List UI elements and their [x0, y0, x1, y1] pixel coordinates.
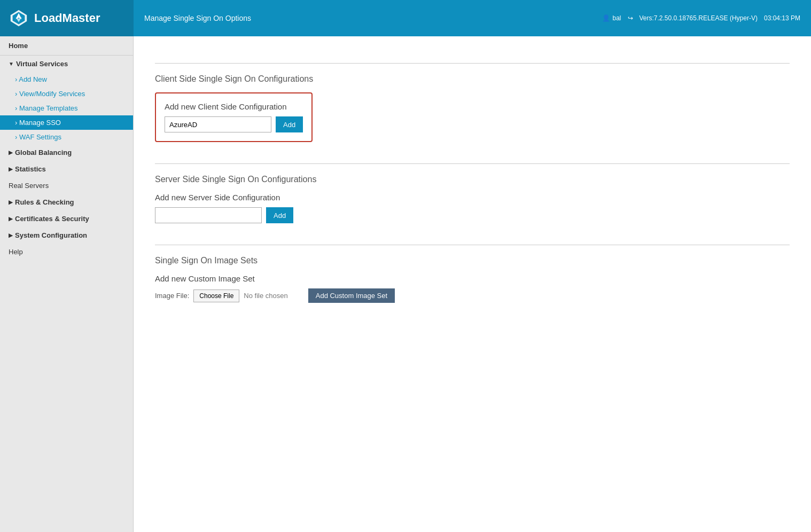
arrow-icon-stats: ▶: [9, 166, 13, 172]
arrow-icon: ▼: [9, 61, 14, 67]
server-side-section-title: Server Side Single Sign On Configuration…: [155, 175, 790, 184]
client-side-section: Client Side Single Sign On Configuration…: [155, 74, 790, 153]
username: bal: [612, 14, 621, 22]
sidebar-certificates-label: Certificates & Security: [15, 215, 89, 223]
sidebar-statistics-label: Statistics: [15, 165, 46, 173]
arrow-icon-gb: ▶: [9, 150, 13, 155]
sidebar-item-view-modify[interactable]: › View/Modify Services: [0, 87, 133, 101]
header-version: Vers:7.2.50.0.18765.RELEASE (Hyper-V): [640, 14, 758, 22]
arrow-icon-rules: ▶: [9, 199, 13, 205]
client-add-button[interactable]: Add: [276, 116, 303, 132]
sidebar-item-add-new[interactable]: › Add New: [0, 72, 133, 87]
sidebar-item-manage-templates[interactable]: › Manage Templates: [0, 101, 133, 115]
no-file-text: No file chosen: [244, 292, 287, 300]
logout-icon[interactable]: ↪: [628, 14, 633, 22]
add-image-set-button[interactable]: Add Custom Image Set: [308, 288, 395, 303]
server-config-input[interactable]: [155, 207, 262, 223]
divider-middle2: [155, 245, 790, 245]
sidebar-section-system-config[interactable]: ▶ System Configuration: [0, 227, 133, 244]
kemp-logo-icon: [9, 8, 29, 28]
arrow-icon-certs: ▶: [9, 216, 13, 222]
image-sets-section-title: Single Sign On Image Sets: [155, 256, 790, 265]
header-user: 👤 bal: [602, 14, 621, 22]
add-server-config-title: Add new Server Side Configuration: [155, 193, 293, 202]
divider-middle1: [155, 163, 790, 164]
sidebar-virtual-services-label: Virtual Services: [16, 60, 68, 68]
logo-area: LoadMaster: [0, 0, 134, 36]
client-side-section-title: Client Side Single Sign On Configuration…: [155, 74, 790, 84]
sidebar-item-real-servers[interactable]: Real Servers: [0, 177, 133, 194]
add-client-config-title: Add new Client Side Configuration: [165, 102, 303, 111]
image-file-row: Image File: Choose File No file chosen A…: [155, 288, 790, 303]
sidebar-item-waf-settings[interactable]: › WAF Settings: [0, 130, 133, 144]
add-client-config-box: Add new Client Side Configuration Add: [155, 92, 313, 142]
image-sets-section: Single Sign On Image Sets Add new Custom…: [155, 256, 790, 303]
sidebar-system-config-label: System Configuration: [15, 231, 87, 239]
user-icon: 👤: [602, 14, 610, 22]
server-input-row: Add: [155, 207, 293, 223]
client-input-row: Add: [165, 116, 303, 132]
sidebar-section-statistics[interactable]: ▶ Statistics: [0, 161, 133, 177]
header-right: 👤 bal ↪ Vers:7.2.50.0.18765.RELEASE (Hyp…: [591, 0, 811, 36]
add-image-set-title: Add new Custom Image Set: [155, 274, 790, 283]
sidebar-global-balancing-label: Global Balancing: [15, 148, 72, 157]
sidebar-rules-checking-label: Rules & Checking: [15, 198, 74, 206]
header: LoadMaster Manage Single Sign On Options…: [0, 0, 811, 36]
arrow-icon-sysconfig: ▶: [9, 232, 13, 238]
divider-top: [155, 63, 790, 64]
server-side-section: Server Side Single Sign On Configuration…: [155, 175, 790, 234]
choose-file-button[interactable]: Choose File: [193, 290, 239, 302]
main-content: Client Side Single Sign On Configuration…: [134, 36, 811, 532]
sidebar-section-global-balancing[interactable]: ▶ Global Balancing: [0, 144, 133, 161]
header-title-area: Manage Single Sign On Options: [134, 0, 591, 36]
sidebar: Home ▼ Virtual Services › Add New › View…: [0, 36, 134, 532]
server-add-button[interactable]: Add: [266, 207, 293, 223]
logo-text: LoadMaster: [34, 11, 100, 25]
image-file-label: Image File:: [155, 292, 189, 300]
sidebar-item-manage-sso[interactable]: › Manage SSO: [0, 115, 133, 130]
layout: Home ▼ Virtual Services › Add New › View…: [0, 36, 811, 532]
sidebar-section-virtual-services[interactable]: ▼ Virtual Services: [0, 56, 133, 72]
client-config-input[interactable]: [165, 116, 271, 132]
sidebar-item-help[interactable]: Help: [0, 244, 133, 260]
sidebar-section-rules-checking[interactable]: ▶ Rules & Checking: [0, 194, 133, 210]
add-server-config-box: Add new Server Side Configuration Add: [155, 193, 293, 223]
header-page-title: Manage Single Sign On Options: [144, 14, 581, 22]
sidebar-item-home[interactable]: Home: [0, 36, 133, 56]
sidebar-section-certificates[interactable]: ▶ Certificates & Security: [0, 210, 133, 227]
header-time: 03:04:13 PM: [764, 14, 800, 22]
